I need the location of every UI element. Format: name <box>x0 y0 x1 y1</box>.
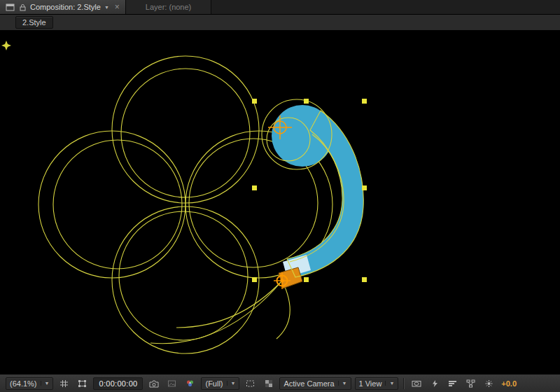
current-time-display[interactable]: 0:00:00:00 <box>93 377 143 390</box>
panel-icon <box>6 4 15 11</box>
chevron-down-icon: ▼ <box>227 381 236 386</box>
3d-view-select[interactable]: Active Camera ▼ <box>279 377 351 390</box>
tab-composition-label: Composition: 2.Style <box>30 3 101 11</box>
checkerboard-icon <box>265 379 273 388</box>
region-of-interest-button[interactable] <box>243 377 258 390</box>
chevron-down-icon: ▼ <box>338 381 347 386</box>
comp-navigator-row: 2.Style <box>0 15 560 31</box>
flowchart-icon <box>466 379 475 388</box>
pixel-aspect-icon <box>412 379 421 388</box>
panel-menu-chevron-icon[interactable]: ▼ <box>104 5 109 10</box>
selection-handle[interactable] <box>252 99 257 104</box>
snapshot-icon <box>167 379 176 388</box>
show-channel-button[interactable] <box>183 377 197 390</box>
toolbar-separator <box>403 378 404 389</box>
selection-handle[interactable] <box>362 277 367 282</box>
chevron-down-icon: ▼ <box>41 381 50 386</box>
resolution-select[interactable]: (Full) ▼ <box>201 377 239 390</box>
take-snapshot-button[interactable] <box>146 377 161 390</box>
grid-icon <box>59 379 69 388</box>
panel-tab-bar: Composition: 2.Style ▼ × Layer: (none) <box>0 0 560 15</box>
view-layout-value: 1 View <box>359 379 382 388</box>
composition-panel: Composition: 2.Style ▼ × Layer: (none) 2… <box>0 0 560 392</box>
mask-visibility-button[interactable] <box>75 377 90 390</box>
selection-handle[interactable] <box>304 277 309 282</box>
composition-canvas[interactable] <box>0 31 560 374</box>
lightning-icon <box>430 379 439 388</box>
comp-panel-toolbar: (64.1%) ▼ 0:00:00:00 <box>0 374 560 392</box>
timeline-icon <box>448 379 457 388</box>
tab-layer[interactable]: Layer: (none) <box>126 0 211 14</box>
lock-icon <box>18 3 27 11</box>
comp-breadcrumb-button[interactable]: 2.Style <box>15 16 53 29</box>
path-tangent-lines[interactable] <box>150 281 290 344</box>
selection-handle[interactable] <box>362 186 367 190</box>
timeline-button[interactable] <box>445 377 460 390</box>
fast-previews-button[interactable] <box>427 377 442 390</box>
magnification-select[interactable]: (64.1%) ▼ <box>6 377 53 390</box>
tab-layer-label: Layer: (none) <box>146 3 191 11</box>
roi-dashed-rect-icon <box>246 379 255 388</box>
magnification-value: (64.1%) <box>10 379 37 388</box>
transparency-grid-button[interactable] <box>261 377 276 390</box>
view-layout-select[interactable]: 1 View ▼ <box>355 377 399 390</box>
tab-composition[interactable]: Composition: 2.Style ▼ × <box>0 0 126 14</box>
selection-handle[interactable] <box>252 277 257 282</box>
3d-view-value: Active Camera <box>284 379 334 388</box>
reset-exposure-button[interactable] <box>482 377 496 390</box>
chevron-down-icon: ▼ <box>385 381 394 386</box>
camera-icon <box>149 379 159 388</box>
mask-outline-icon <box>78 379 87 388</box>
show-snapshot-button[interactable] <box>164 377 179 390</box>
close-icon[interactable]: × <box>115 3 120 11</box>
selection-handle[interactable] <box>362 99 367 104</box>
exposure-sun-icon <box>484 379 493 388</box>
grid-options-button[interactable] <box>57 377 71 390</box>
canvas-cursor-marker <box>1 41 11 50</box>
rgb-channels-icon <box>186 379 195 388</box>
selection-handle[interactable] <box>252 186 257 190</box>
exposure-value[interactable]: +0.0 <box>501 379 517 388</box>
pixel-aspect-correction-button[interactable] <box>409 377 424 390</box>
comp-viewport[interactable] <box>0 31 560 374</box>
resolution-value: (Full) <box>205 379 223 388</box>
comp-flowchart-button[interactable] <box>463 377 478 390</box>
selection-handle[interactable] <box>304 99 309 104</box>
